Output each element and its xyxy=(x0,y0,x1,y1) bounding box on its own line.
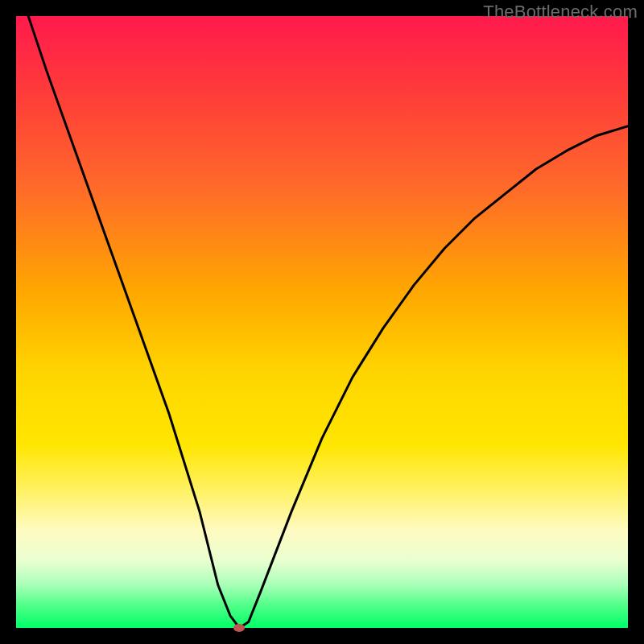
curve-svg xyxy=(16,16,628,628)
plot-area xyxy=(16,16,628,628)
minimum-marker xyxy=(233,624,245,632)
curve-line xyxy=(28,16,628,628)
watermark-text: TheBottleneck.com xyxy=(483,2,638,23)
chart-container: TheBottleneck.com xyxy=(0,0,644,644)
